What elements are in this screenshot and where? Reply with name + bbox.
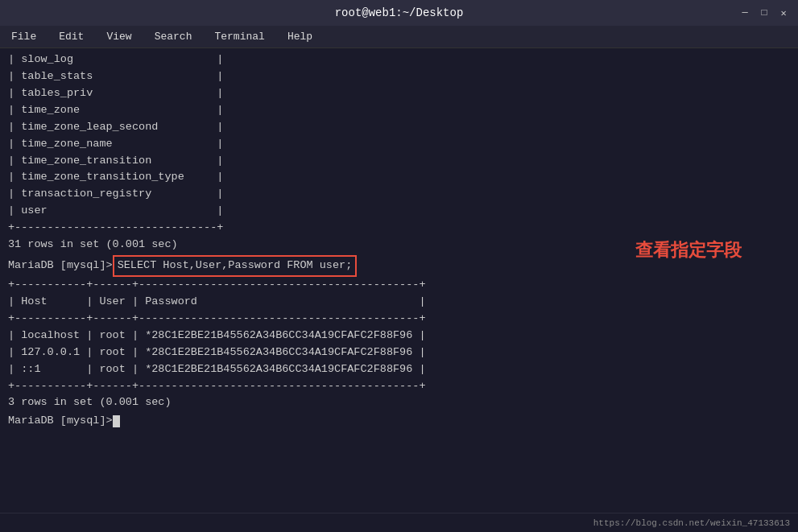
- table-sep-top: +-----------+------+--------------------…: [8, 277, 790, 294]
- table-header-row: | Host | User | Password |: [8, 294, 790, 311]
- table-header-sep: +-----------+------+--------------------…: [8, 311, 790, 328]
- table-data-row-3: | ::1 | root | *28C1E2BE21B45562A34B6CC3…: [8, 361, 790, 378]
- close-button[interactable]: ✕: [775, 5, 792, 21]
- table-row: | time_zone_name |: [8, 136, 790, 153]
- window-controls: ─ □ ✕: [737, 5, 792, 21]
- table-row: | time_zone |: [8, 102, 790, 119]
- rows-count: 31 rows in set (0.001 sec): [8, 238, 178, 250]
- separator-line: +-------------------------------+: [8, 220, 790, 237]
- status-bar: https://blog.csdn.net/weixin_47133613: [0, 513, 798, 532]
- table-row: | slow_log |: [8, 52, 790, 68]
- table-row: | time_zone_leap_second |: [8, 119, 790, 136]
- table-row: | table_stats |: [8, 68, 790, 85]
- table-row: | transaction_registry |: [8, 186, 790, 203]
- terminal-window: root@web1:~/Desktop ─ □ ✕ File Edit View…: [0, 0, 798, 532]
- cursor: [113, 415, 120, 427]
- menu-search[interactable]: Search: [150, 29, 197, 44]
- table-data-row-1: | localhost | root | *28C1E2BE21B45562A3…: [8, 328, 790, 344]
- command-input-line: MariaDB [mysql]> SELECT Host,User,Passwo…: [8, 255, 790, 277]
- menu-view[interactable]: View: [101, 29, 136, 44]
- rows-info-row: 31 rows in set (0.001 sec) 查看指定字段: [8, 237, 790, 254]
- table-row: | tables_priv |: [8, 85, 790, 102]
- final-prompt-line: MariaDB [mysql]>: [8, 413, 790, 430]
- minimize-button[interactable]: ─: [737, 5, 753, 21]
- menu-edit[interactable]: Edit: [54, 29, 89, 44]
- mariadb-prompt: MariaDB [mysql]>: [8, 258, 113, 274]
- maximize-button[interactable]: □: [756, 5, 772, 21]
- status-url: https://blog.csdn.net/weixin_47133613: [593, 518, 790, 528]
- table-data-row-2: | 127.0.0.1 | root | *28C1E2BE21B45562A3…: [8, 344, 790, 361]
- menu-bar: File Edit View Search Terminal Help: [0, 26, 798, 48]
- table-sep-bottom: +-----------+------+--------------------…: [8, 378, 790, 395]
- sql-command-highlighted: SELECT Host,User,Password FROM user;: [113, 255, 358, 277]
- table-row: | time_zone_transition_type |: [8, 169, 790, 186]
- table-row: | time_zone_transition |: [8, 153, 790, 170]
- terminal-body[interactable]: | slow_log | | table_stats | | tables_pr…: [0, 48, 798, 513]
- title-bar: root@web1:~/Desktop ─ □ ✕: [0, 0, 798, 26]
- rows-count-2: 3 rows in set (0.001 sec): [8, 394, 790, 411]
- table-row: | user |: [8, 203, 790, 220]
- menu-terminal[interactable]: Terminal: [209, 29, 269, 44]
- final-prompt: MariaDB [mysql]>: [8, 413, 113, 430]
- menu-help[interactable]: Help: [283, 29, 317, 44]
- menu-file[interactable]: File: [6, 29, 41, 44]
- window-title: root@web1:~/Desktop: [335, 6, 464, 19]
